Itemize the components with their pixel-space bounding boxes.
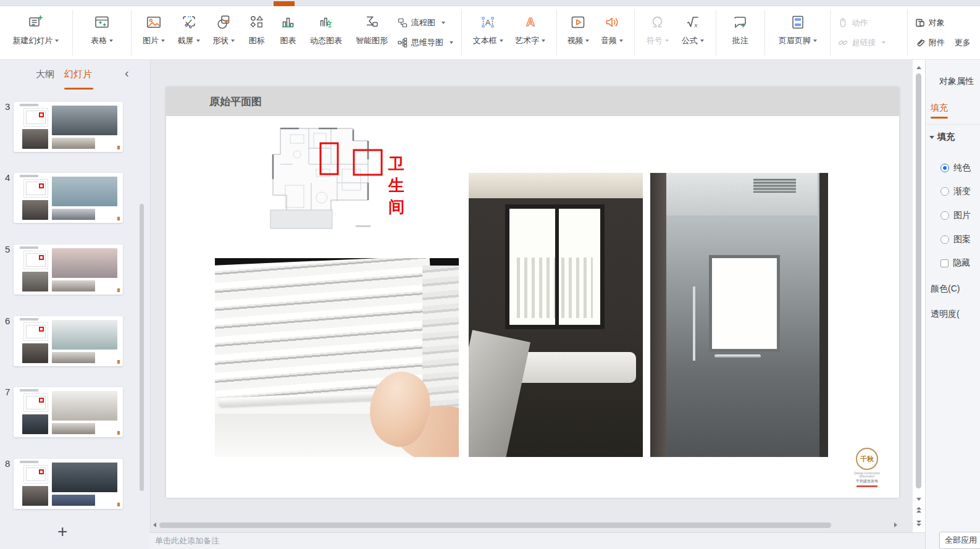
- picture-button[interactable]: 图片: [136, 6, 172, 59]
- picture-fill-label: 图片: [953, 210, 971, 221]
- vscroll-up-arrow[interactable]: [916, 66, 921, 69]
- new-slide-label: 新建幻灯片: [12, 35, 52, 46]
- more-label[interactable]: 更多: [955, 37, 971, 48]
- thumbnail-photo: [52, 106, 117, 135]
- checkbox-icon[interactable]: [940, 259, 949, 267]
- tab-fill[interactable]: 填充: [931, 103, 948, 114]
- fill-option-pattern[interactable]: 图案: [940, 234, 971, 245]
- formula-button[interactable]: x 公式: [675, 6, 711, 59]
- wordart-button[interactable]: A 艺术字: [509, 6, 552, 59]
- chevron-down-icon: [813, 40, 817, 42]
- radio-icon[interactable]: [940, 187, 949, 196]
- flowchart-button[interactable]: 流程图: [398, 15, 454, 31]
- slide-thumbnail-card[interactable]: [14, 387, 123, 437]
- slide-canvas[interactable]: 原始平面图: [166, 87, 899, 498]
- horizontal-scrollbar[interactable]: [159, 522, 831, 528]
- textbox-button[interactable]: A 文本框: [467, 6, 509, 59]
- fill-option-gradient[interactable]: 渐变: [940, 186, 971, 197]
- chart-button[interactable]: 图表: [272, 6, 304, 59]
- vscroll-down-arrow[interactable]: [916, 498, 921, 501]
- slide-thumbnail-card[interactable]: [14, 173, 123, 223]
- add-slide-button[interactable]: +: [57, 522, 67, 542]
- comment-button[interactable]: 批注: [721, 6, 760, 59]
- textbox-icon: A: [480, 12, 496, 33]
- mouse-action-icon: [838, 18, 848, 28]
- bathroom-annotation-text[interactable]: 卫生间: [387, 153, 406, 218]
- radio-icon[interactable]: [940, 211, 949, 220]
- slide-number: 4: [0, 173, 14, 223]
- header-footer-button[interactable]: 页眉页脚: [770, 6, 825, 59]
- attachment-icon: [915, 38, 925, 48]
- shower-room-photo[interactable]: [650, 173, 828, 457]
- chevron-down-icon: [231, 40, 235, 42]
- screenshot-icon: [181, 12, 197, 33]
- mini-slide-header: [20, 389, 38, 392]
- hscroll-left-arrow[interactable]: [153, 522, 156, 527]
- slide-thumbnail-card[interactable]: [14, 316, 123, 366]
- wordart-icon: A: [522, 12, 538, 33]
- svg-text:A: A: [485, 18, 491, 27]
- thumbnail-photo: [22, 414, 48, 434]
- apply-all-button[interactable]: 全部应用: [939, 532, 980, 549]
- dynamic-chart-icon: [318, 12, 334, 33]
- chevron-down-icon: [500, 40, 503, 42]
- slide-thumbnail-3: 3: [0, 102, 150, 152]
- tab-outline[interactable]: 大纲: [36, 69, 54, 80]
- fill-option-picture[interactable]: 图片: [940, 210, 971, 221]
- thumbnail-photo: [22, 486, 48, 506]
- chevron-down-icon: [109, 40, 113, 42]
- slide-thumbnail-5: 5: [0, 245, 150, 295]
- notes-input[interactable]: 单击此处添加备注: [150, 532, 925, 549]
- shower-fixture: [693, 287, 695, 361]
- shapes-icon: [216, 12, 232, 33]
- slide-thumbnail-card[interactable]: [14, 245, 123, 295]
- sidebar-scrollbar[interactable]: [140, 204, 144, 491]
- tab-slides[interactable]: 幻灯片: [64, 69, 92, 80]
- slide-thumbnail-card[interactable]: [14, 459, 123, 509]
- screenshot-button[interactable]: 截屏: [171, 6, 206, 59]
- header-footer-label: 页眉页脚: [779, 35, 811, 46]
- insert-ribbon-toolbar: 新建幻灯片 表格 图片 截屏 形状 图标 图表 动态图表 智能图形 流程图: [0, 6, 980, 60]
- fill-option-solid[interactable]: 纯色: [940, 162, 971, 174]
- mini-red-box: [39, 112, 44, 117]
- action-label: 动作: [852, 17, 868, 28]
- radio-icon[interactable]: [940, 235, 949, 244]
- bathroom-photo-window[interactable]: [469, 173, 643, 457]
- slide-number: 7: [0, 387, 14, 437]
- new-slide-button[interactable]: 新建幻灯片: [4, 6, 67, 59]
- next-slide-button[interactable]: [916, 521, 921, 526]
- collapse-sidebar-icon[interactable]: ‹: [125, 66, 129, 80]
- attachment-label[interactable]: 附件: [929, 37, 945, 48]
- formula-label: 公式: [682, 35, 698, 46]
- mini-logo: [117, 431, 120, 435]
- audio-button[interactable]: 音频: [595, 6, 630, 59]
- mini-red-box: [39, 398, 44, 403]
- mini-floorplan: [23, 322, 48, 341]
- blinds-photo[interactable]: [215, 258, 459, 457]
- mindmap-button[interactable]: 思维导图: [398, 35, 454, 51]
- radio-selected-icon[interactable]: [940, 164, 949, 172]
- slide-number: 3: [0, 102, 14, 152]
- slide-thumbnail-card[interactable]: [14, 102, 123, 152]
- previous-slide-button[interactable]: [916, 507, 921, 513]
- shapes-button[interactable]: 形状: [206, 6, 241, 59]
- toolbar-separator: [716, 10, 716, 56]
- table-button[interactable]: 表格: [78, 6, 125, 59]
- smart-graphic-button[interactable]: 智能图形: [348, 6, 395, 59]
- chevron-down-icon: [700, 40, 704, 42]
- vertical-scrollbar[interactable]: [916, 73, 921, 488]
- caret-down-icon: [929, 136, 934, 139]
- icons-button[interactable]: 图标: [241, 6, 273, 59]
- chevron-down-icon: [619, 40, 623, 42]
- svg-text:x: x: [693, 21, 697, 28]
- header-footer-icon: [790, 12, 806, 33]
- hscroll-right-arrow[interactable]: [894, 522, 897, 527]
- fill-section-header[interactable]: 填充: [929, 132, 955, 143]
- fill-option-hide[interactable]: 隐藏: [940, 258, 970, 269]
- dynamic-chart-button[interactable]: 动态图表: [304, 6, 348, 59]
- fill-tab-underline: [931, 117, 948, 119]
- object-label: 对象: [929, 17, 945, 28]
- object-button[interactable]: 对象: [915, 15, 978, 31]
- floorplan-image[interactable]: [263, 124, 383, 232]
- video-button[interactable]: 视频: [562, 6, 595, 59]
